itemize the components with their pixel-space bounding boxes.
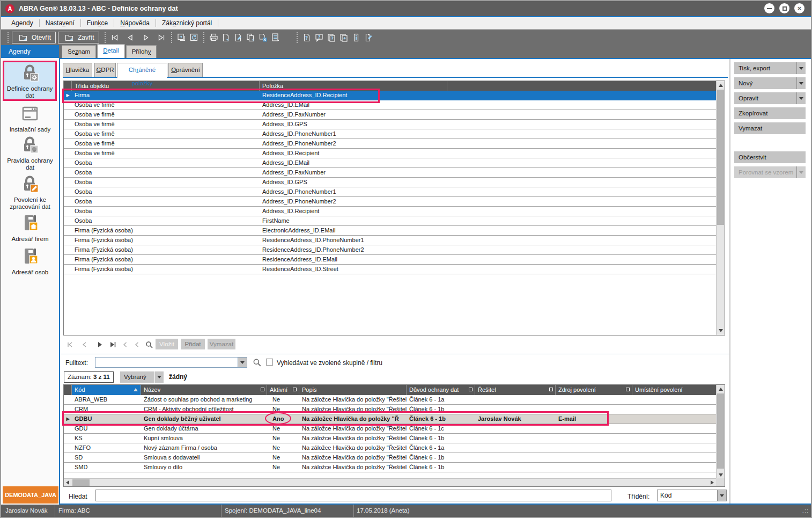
menu-nastaveni[interactable]: Nastavení [40, 19, 80, 27]
nav-last-icon[interactable] [156, 32, 168, 43]
table-row[interactable]: Osoba ve firměAddress_ID.PhoneNumber1 [64, 129, 716, 139]
column-header-kod[interactable]: Kód [72, 385, 141, 395]
fulltext-search-icon[interactable] [252, 358, 261, 366]
tab-opravneni[interactable]: Oprávnění [168, 63, 203, 77]
about-icon[interactable] [350, 32, 363, 43]
scrollbar-thumb[interactable] [72, 479, 90, 486]
column-header-trida-objektu[interactable]: Třída objektu [72, 81, 260, 91]
column-header-resitel[interactable]: Řešitel [475, 385, 556, 395]
edit-button[interactable]: Opravit [734, 92, 806, 104]
sort-dropdown-button[interactable] [717, 490, 726, 501]
new-document-icon[interactable] [220, 32, 232, 43]
insert-button[interactable]: Vložit [156, 339, 178, 349]
column-options-icon[interactable] [293, 388, 297, 391]
fulltext-input[interactable] [96, 358, 237, 367]
table-row[interactable]: OsobaAddress_ID.PhoneNumber2 [64, 197, 716, 207]
sidebar-item-adresar-firem[interactable]: Adresář firem [1, 214, 59, 245]
table-row[interactable]: OsobaAddress_ID.GPS [64, 178, 716, 187]
rec-page-prev-icon[interactable] [121, 340, 130, 349]
rec-first-icon[interactable] [66, 340, 75, 349]
column-options-icon[interactable] [549, 388, 553, 391]
new-dropdown[interactable] [796, 77, 806, 89]
help-icon[interactable]: ? [301, 32, 313, 43]
table-row[interactable]: Firma (Fyzická osoba)ResidenceAddress_ID… [64, 236, 716, 245]
scroll-down-icon[interactable] [719, 329, 723, 332]
table-row[interactable]: Osoba ve firměAddress_ID.PhoneNumber2 [64, 139, 716, 149]
table-row[interactable]: GDUGen doklady účtárnaNeNa záložce Hlavi… [64, 424, 716, 434]
print-icon[interactable] [208, 32, 220, 43]
rec-next-icon[interactable] [95, 340, 104, 349]
table-row[interactable]: OsobaAddress_ID.PhoneNumber1 [64, 187, 716, 197]
column-options-icon[interactable] [261, 388, 264, 391]
scrollbar-thumb[interactable] [717, 393, 724, 469]
scroll-up-icon[interactable] [719, 84, 723, 87]
tab-chranene-polozky[interactable]: Chráněné položky [117, 63, 167, 78]
menu-zakaznicky-portal[interactable]: Zákaznický portál [156, 19, 218, 27]
minimize-button[interactable] [764, 3, 774, 13]
table-row[interactable]: OsobaAddress_ID.Recipient [64, 207, 716, 216]
sidebar-item-definice-ochrany-dat[interactable]: Definice ochrany dat [3, 61, 57, 101]
rec-search-icon[interactable] [145, 340, 153, 349]
print-export-dropdown[interactable] [796, 62, 806, 74]
protected-items-vscrollbar[interactable] [716, 81, 725, 335]
help-topics-icon[interactable]: ? [326, 32, 338, 43]
maximize-button[interactable] [779, 3, 789, 13]
tab-seznam[interactable]: Seznam [62, 45, 96, 58]
scroll-left-icon[interactable] [66, 480, 69, 485]
delete-record-button[interactable]: Vymazat [734, 122, 806, 134]
selected-filter-button[interactable]: Vybraný filtr: [120, 371, 154, 383]
sidebar-item-instalacni-sady[interactable]: Instalační sady [1, 104, 59, 134]
table-row[interactable]: OsobaAddress_ID.FaxNumber [64, 168, 716, 178]
help-glossary-icon[interactable] [338, 32, 350, 43]
tab-detail[interactable]: Detail [97, 44, 124, 58]
table-row[interactable]: Firma (Fyzická osoba)ElectronicAddress_I… [64, 226, 716, 236]
tab-hlavicka[interactable]: Hlavička [63, 63, 92, 77]
table-row[interactable]: OsobaAddress_ID.EMail [64, 158, 716, 168]
table-row[interactable]: Firma (Fyzická osoba)ResidenceAddress_ID… [64, 255, 716, 265]
close-window-button[interactable]: Zavřít [58, 32, 99, 43]
sidebar-item-adresar-osob[interactable]: Adresář osob [1, 247, 59, 278]
column-header-popis[interactable]: Popis [299, 385, 407, 395]
table-row[interactable]: Osoba ve firměAddress_ID.FaxNumber [64, 110, 716, 120]
rec-page-prev2-icon[interactable] [133, 340, 142, 349]
release-notes-icon[interactable] [363, 32, 375, 43]
menu-agendy[interactable]: Agendy [5, 19, 39, 27]
column-header-nazev[interactable]: Název [141, 385, 267, 395]
scrollbar-thumb[interactable] [717, 90, 724, 225]
scroll-up-icon[interactable] [719, 388, 723, 391]
definitions-hscrollbar[interactable] [64, 478, 716, 486]
delete-button[interactable]: Vymazat [208, 339, 235, 349]
add-button[interactable]: Přidat [181, 339, 205, 349]
print-export-button[interactable]: Tisk, export [734, 62, 806, 74]
refresh-button[interactable]: Občerstvit [734, 151, 806, 163]
table-row[interactable]: Osoba ve firměAddress_ID.Recipient [64, 149, 716, 158]
sort-combo[interactable]: Kód [657, 490, 727, 501]
table-row[interactable]: KSKupní smlouvaNeNa záložce Hlavička do … [64, 434, 716, 443]
nav-next-icon[interactable] [140, 32, 152, 43]
table-row[interactable]: Osoba ve firměAddress_ID.EMail [64, 100, 716, 110]
copy-record-icon[interactable] [245, 32, 257, 43]
group-filter-checkbox[interactable] [266, 359, 273, 366]
edit-dropdown[interactable] [796, 92, 806, 104]
table-row[interactable]: ABRA_WEBŽádost o souhlas pro obchod a ma… [64, 395, 716, 405]
table-row[interactable]: OsobaFirstName [64, 216, 716, 226]
sidebar-item-povoleni-ke-zpracovani-dat[interactable]: Povolení ke zpracování dat [1, 174, 59, 212]
menu-napoveda[interactable]: Nápověda [114, 19, 156, 27]
nav-first-icon[interactable] [109, 32, 121, 43]
scroll-right-icon[interactable] [711, 480, 714, 485]
tab-gdpr[interactable]: GDPR [94, 63, 116, 77]
compare-template-button[interactable]: Porovnat se vzorem [734, 166, 806, 178]
copy-button[interactable]: Zkopírovat [734, 107, 806, 119]
table-row[interactable]: Firma (Fyzická osoba)ResidenceAddress_ID… [64, 245, 716, 255]
close-button[interactable]: × [794, 3, 804, 13]
compare-dropdown[interactable] [796, 166, 806, 178]
column-header-aktivni[interactable]: Aktivní [267, 385, 299, 395]
batch-list-icon[interactable] [269, 32, 282, 43]
column-header-polozka[interactable]: Položka [260, 81, 447, 91]
table-row[interactable]: NZFONový záznam Firma / osobaNeNa záložc… [64, 443, 716, 453]
column-header-duvod[interactable]: Důvod ochrany dat [407, 385, 475, 395]
sidebar-item-pravidla-ochrany-dat[interactable]: Pravidla ochrany dat [1, 135, 59, 173]
edit-record-icon[interactable] [232, 32, 245, 43]
scroll-down-icon[interactable] [719, 473, 723, 477]
column-options-icon[interactable] [626, 388, 630, 391]
